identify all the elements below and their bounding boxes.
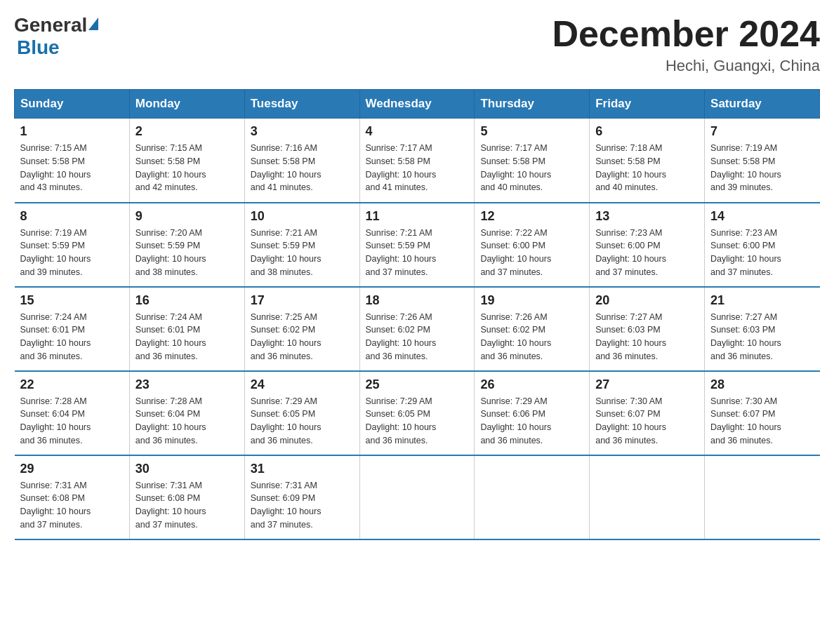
day-info: Sunrise: 7:31 AM Sunset: 6:09 PM Dayligh… [251,479,354,532]
calendar-cell: 19 Sunrise: 7:26 AM Sunset: 6:02 PM Dayl… [475,287,590,371]
day-info: Sunrise: 7:27 AM Sunset: 6:03 PM Dayligh… [710,311,814,363]
calendar-cell: 28 Sunrise: 7:30 AM Sunset: 6:07 PM Dayl… [705,371,820,455]
calendar-cell [475,455,590,539]
calendar-title: December 2024 [552,14,820,54]
calendar-cell: 25 Sunrise: 7:29 AM Sunset: 6:05 PM Dayl… [359,371,475,455]
calendar-cell: 21 Sunrise: 7:27 AM Sunset: 6:03 PM Dayl… [705,287,820,371]
day-info: Sunrise: 7:17 AM Sunset: 5:58 PM Dayligh… [480,142,583,194]
day-number: 25 [366,377,469,392]
day-number: 1 [20,124,124,139]
calendar-cell: 30 Sunrise: 7:31 AM Sunset: 6:08 PM Dayl… [129,455,244,539]
day-info: Sunrise: 7:24 AM Sunset: 6:01 PM Dayligh… [20,311,124,363]
day-number: 26 [480,377,583,392]
day-info: Sunrise: 7:22 AM Sunset: 6:00 PM Dayligh… [480,227,583,279]
calendar-cell: 13 Sunrise: 7:23 AM Sunset: 6:00 PM Dayl… [590,203,705,287]
calendar-cell [590,455,705,539]
day-number: 10 [251,209,354,224]
day-number: 20 [595,293,699,308]
day-number: 27 [595,377,699,392]
day-number: 13 [595,209,699,224]
day-number: 21 [710,293,814,308]
calendar-cell: 24 Sunrise: 7:29 AM Sunset: 6:05 PM Dayl… [244,371,359,455]
calendar-cell: 2 Sunrise: 7:15 AM Sunset: 5:58 PM Dayli… [129,119,244,203]
calendar-cell: 12 Sunrise: 7:22 AM Sunset: 6:00 PM Dayl… [475,203,590,287]
day-number: 30 [135,462,239,476]
day-info: Sunrise: 7:26 AM Sunset: 6:02 PM Dayligh… [366,311,469,363]
day-number: 6 [595,124,699,139]
title-block: December 2024 Hechi, Guangxi, China [552,14,820,75]
calendar-cell [359,455,475,539]
header-day-friday: Friday [590,90,705,119]
day-number: 8 [20,209,124,224]
calendar-cell: 16 Sunrise: 7:24 AM Sunset: 6:01 PM Dayl… [129,287,244,371]
header-day-wednesday: Wednesday [359,90,475,119]
day-number: 28 [710,377,814,392]
day-number: 2 [135,124,239,139]
day-number: 14 [710,209,814,224]
header-day-sunday: Sunday [15,90,130,119]
day-number: 5 [480,124,583,139]
day-number: 9 [135,209,239,224]
day-number: 31 [251,462,354,476]
calendar-cell: 29 Sunrise: 7:31 AM Sunset: 6:08 PM Dayl… [15,455,130,539]
day-number: 4 [366,124,469,139]
day-info: Sunrise: 7:27 AM Sunset: 6:03 PM Dayligh… [595,311,699,363]
day-number: 3 [251,124,354,139]
day-number: 24 [251,377,354,392]
logo: General Blue [14,14,98,59]
calendar-week-row: 8 Sunrise: 7:19 AM Sunset: 5:59 PM Dayli… [15,203,820,287]
day-info: Sunrise: 7:29 AM Sunset: 6:06 PM Dayligh… [480,395,583,448]
day-number: 12 [480,209,583,224]
logo-triangle-icon [88,18,98,30]
day-info: Sunrise: 7:28 AM Sunset: 6:04 PM Dayligh… [135,395,239,448]
day-info: Sunrise: 7:15 AM Sunset: 5:58 PM Dayligh… [20,142,124,194]
calendar-cell: 22 Sunrise: 7:28 AM Sunset: 6:04 PM Dayl… [15,371,130,455]
calendar-cell: 15 Sunrise: 7:24 AM Sunset: 6:01 PM Dayl… [15,287,130,371]
day-info: Sunrise: 7:17 AM Sunset: 5:58 PM Dayligh… [366,142,469,194]
day-info: Sunrise: 7:25 AM Sunset: 6:02 PM Dayligh… [251,311,354,363]
calendar-week-row: 22 Sunrise: 7:28 AM Sunset: 6:04 PM Dayl… [15,371,820,455]
day-info: Sunrise: 7:24 AM Sunset: 6:01 PM Dayligh… [135,311,239,363]
calendar-cell [705,455,820,539]
day-info: Sunrise: 7:19 AM Sunset: 5:58 PM Dayligh… [710,142,814,194]
calendar-week-row: 1 Sunrise: 7:15 AM Sunset: 5:58 PM Dayli… [15,119,820,203]
day-number: 29 [20,462,124,476]
calendar-cell: 1 Sunrise: 7:15 AM Sunset: 5:58 PM Dayli… [15,119,130,203]
day-number: 16 [135,293,239,308]
calendar-cell: 23 Sunrise: 7:28 AM Sunset: 6:04 PM Dayl… [129,371,244,455]
day-info: Sunrise: 7:23 AM Sunset: 6:00 PM Dayligh… [710,227,814,279]
day-info: Sunrise: 7:23 AM Sunset: 6:00 PM Dayligh… [595,227,699,279]
calendar-cell: 8 Sunrise: 7:19 AM Sunset: 5:59 PM Dayli… [15,203,130,287]
calendar-cell: 6 Sunrise: 7:18 AM Sunset: 5:58 PM Dayli… [590,119,705,203]
calendar-cell: 14 Sunrise: 7:23 AM Sunset: 6:00 PM Dayl… [705,203,820,287]
calendar-cell: 7 Sunrise: 7:19 AM Sunset: 5:58 PM Dayli… [705,119,820,203]
day-info: Sunrise: 7:31 AM Sunset: 6:08 PM Dayligh… [20,479,124,532]
calendar-cell: 17 Sunrise: 7:25 AM Sunset: 6:02 PM Dayl… [244,287,359,371]
day-info: Sunrise: 7:16 AM Sunset: 5:58 PM Dayligh… [251,142,354,194]
calendar-week-row: 15 Sunrise: 7:24 AM Sunset: 6:01 PM Dayl… [15,287,820,371]
day-info: Sunrise: 7:30 AM Sunset: 6:07 PM Dayligh… [710,395,814,448]
calendar-cell: 20 Sunrise: 7:27 AM Sunset: 6:03 PM Dayl… [590,287,705,371]
calendar-cell: 27 Sunrise: 7:30 AM Sunset: 6:07 PM Dayl… [590,371,705,455]
logo-blue-text: Blue [17,36,60,58]
header-day-saturday: Saturday [705,90,820,119]
calendar-cell: 4 Sunrise: 7:17 AM Sunset: 5:58 PM Dayli… [359,119,475,203]
day-info: Sunrise: 7:30 AM Sunset: 6:07 PM Dayligh… [595,395,699,448]
day-info: Sunrise: 7:19 AM Sunset: 5:59 PM Dayligh… [20,227,124,279]
day-info: Sunrise: 7:20 AM Sunset: 5:59 PM Dayligh… [135,227,239,279]
calendar-cell: 18 Sunrise: 7:26 AM Sunset: 6:02 PM Dayl… [359,287,475,371]
calendar-cell: 5 Sunrise: 7:17 AM Sunset: 5:58 PM Dayli… [475,119,590,203]
day-info: Sunrise: 7:18 AM Sunset: 5:58 PM Dayligh… [595,142,699,194]
day-number: 17 [251,293,354,308]
header-day-monday: Monday [129,90,244,119]
day-number: 11 [366,209,469,224]
day-info: Sunrise: 7:21 AM Sunset: 5:59 PM Dayligh… [251,227,354,279]
page-header: General Blue December 2024 Hechi, Guangx… [14,14,820,75]
day-info: Sunrise: 7:15 AM Sunset: 5:58 PM Dayligh… [135,142,239,194]
day-number: 19 [480,293,583,308]
header-day-thursday: Thursday [475,90,590,119]
day-info: Sunrise: 7:29 AM Sunset: 6:05 PM Dayligh… [366,395,469,448]
logo-general-text: General [14,14,87,36]
calendar-cell: 31 Sunrise: 7:31 AM Sunset: 6:09 PM Dayl… [244,455,359,539]
day-number: 23 [135,377,239,392]
